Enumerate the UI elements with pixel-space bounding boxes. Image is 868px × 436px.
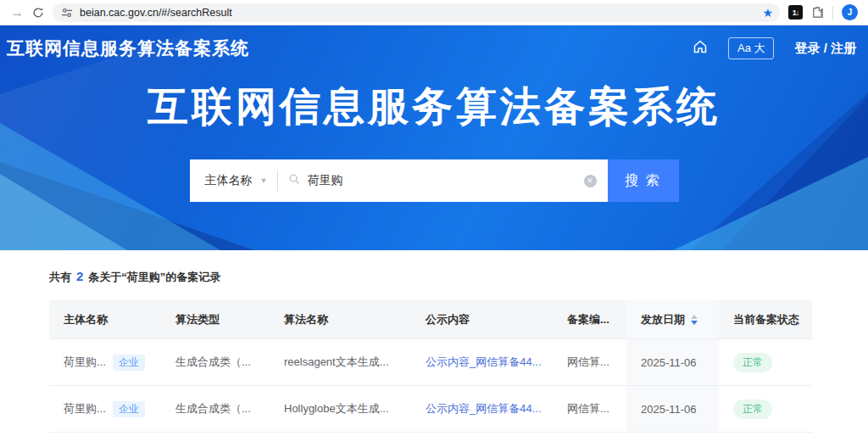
- address-bar[interactable]: beian.cac.gov.cn/#/searchResult ★: [53, 3, 780, 22]
- subject-text: 荷里购...: [64, 355, 106, 370]
- extension-badge-icon[interactable]: 1↓: [788, 5, 803, 20]
- profile-avatar[interactable]: J: [842, 4, 858, 20]
- toolbar-divider: [832, 6, 833, 20]
- cell-subject: 荷里购... 企业: [49, 339, 161, 385]
- search-category-dropdown[interactable]: 主体名称 ▼: [190, 173, 278, 188]
- url-text[interactable]: beian.cac.gov.cn/#/searchResult: [80, 7, 755, 19]
- chevron-down-icon: ▼: [260, 176, 268, 185]
- status-badge: 正常: [733, 353, 772, 372]
- site-title: 互联网信息服务算法备案系统: [7, 36, 249, 60]
- site-header: 互联网信息服务算法备案系统 Aa 大 登录 / 注册: [0, 25, 868, 71]
- cell-status: 正常: [719, 339, 812, 385]
- bookmark-star-icon[interactable]: ★: [762, 7, 773, 19]
- results-section: 共有2条关于“荷里购”的备案记录 主体名称 算法类型 算法名称 公示内容 备案编…: [0, 269, 868, 433]
- results-table: 主体名称 算法类型 算法名称 公示内容 备案编... 发放日期 当前备案状态 荷…: [49, 300, 812, 433]
- col-header-name: 算法名称: [270, 300, 411, 338]
- search-divider: [277, 170, 278, 192]
- cell-type: 生成合成类（...: [161, 339, 270, 385]
- col-header-subject: 主体名称: [49, 300, 161, 338]
- status-badge: 正常: [733, 400, 772, 419]
- extensions-puzzle-icon[interactable]: [811, 6, 824, 19]
- sort-icon[interactable]: [691, 315, 698, 325]
- cell-date: 2025-11-06: [626, 386, 719, 432]
- home-icon[interactable]: [693, 39, 708, 58]
- cell-content: 公示内容_网信算备44...: [411, 339, 553, 385]
- browser-toolbar: → beian.cac.gov.cn/#/searchResult ★ 1↓ J: [0, 0, 868, 25]
- col-header-date: 发放日期: [626, 300, 719, 338]
- login-register-link[interactable]: 登录 / 注册: [794, 41, 856, 57]
- subject-text: 荷里购...: [64, 401, 106, 416]
- summary-prefix: 共有: [49, 271, 71, 283]
- cell-type: 生成合成类（...: [161, 386, 270, 432]
- cell-record: 网信算...: [553, 339, 626, 385]
- page-title: 互联网信息服务算法备案系统: [0, 80, 868, 134]
- results-summary: 共有2条关于“荷里购”的备案记录: [49, 269, 868, 285]
- col-header-content: 公示内容: [411, 300, 553, 338]
- site-settings-icon[interactable]: [61, 7, 73, 19]
- table-row: 荷里购... 企业 生成合成类（... reelsagent文本生成... 公示…: [49, 339, 812, 386]
- table-header-row: 主体名称 算法类型 算法名称 公示内容 备案编... 发放日期 当前备案状态: [49, 300, 812, 339]
- search-icon: [288, 173, 300, 188]
- cell-date: 2025-11-06: [626, 339, 719, 385]
- clear-icon[interactable]: ✕: [584, 175, 597, 187]
- search-input[interactable]: [307, 174, 583, 187]
- cell-status: 正常: [719, 386, 812, 432]
- cell-subject: 荷里购... 企业: [49, 386, 161, 432]
- col-header-date-label: 发放日期: [641, 312, 685, 327]
- font-size-toggle[interactable]: Aa 大: [728, 37, 775, 59]
- public-content-link[interactable]: 公示内容_网信算备44...: [426, 401, 542, 416]
- banner-shape: [673, 157, 868, 250]
- cell-name: reelsagent文本生成...: [270, 339, 411, 385]
- entity-tag: 企业: [113, 355, 145, 371]
- cell-record: 网信算...: [553, 386, 626, 432]
- forward-icon[interactable]: →: [10, 6, 24, 20]
- col-header-record: 备案编...: [553, 300, 626, 338]
- reload-icon[interactable]: [32, 7, 44, 19]
- hero-banner: 互联网信息服务算法备案系统 Aa 大 登录 / 注册 互联网信息服务算法备案系统…: [0, 25, 868, 250]
- entity-tag: 企业: [113, 401, 145, 417]
- table-row: 荷里购... 企业 生成合成类（... Hollyglobe文本生成... 公示…: [49, 386, 812, 433]
- col-header-type: 算法类型: [161, 300, 270, 338]
- search-category-label: 主体名称: [205, 173, 253, 188]
- col-header-status: 当前备案状态: [719, 300, 812, 338]
- results-count: 2: [76, 269, 83, 283]
- summary-suffix: 条关于“荷里购”的备案记录: [88, 271, 220, 283]
- cell-content: 公示内容_网信算备44...: [411, 386, 553, 432]
- search-button[interactable]: 搜 索: [608, 159, 679, 202]
- search-bar: 主体名称 ▼ ✕ 搜 索: [190, 159, 679, 202]
- public-content-link[interactable]: 公示内容_网信算备44...: [426, 355, 542, 370]
- cell-name: Hollyglobe文本生成...: [270, 386, 411, 432]
